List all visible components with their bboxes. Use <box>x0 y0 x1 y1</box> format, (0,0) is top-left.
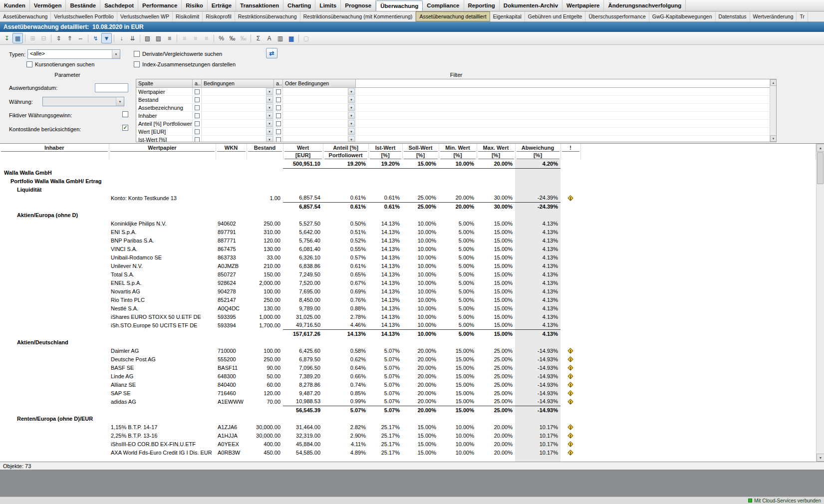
align-center-icon[interactable]: ≡ <box>190 33 201 43</box>
filter-condition-select[interactable]: ▼ <box>202 128 274 135</box>
table-row[interactable]: Rio Tinto PLC852147250.008,450.000.76%14… <box>0 295 816 304</box>
filter-checkbox[interactable] <box>276 129 281 134</box>
table-row[interactable]: Konto: Konto Testkunde 131.006,857.540.6… <box>0 194 816 202</box>
table-row[interactable]: ENEL S.p.A.9286242,000.007,520.000.67%14… <box>0 278 816 287</box>
menu-tab-risiko[interactable]: Risiko <box>182 0 208 11</box>
chevron-down-icon[interactable]: ▼ <box>266 120 273 127</box>
col-header-soll-wert[interactable]: Soll-Wert[%] <box>402 144 439 160</box>
filter-checkbox[interactable] <box>276 89 281 94</box>
align-left-icon[interactable]: ≡ <box>179 33 190 43</box>
filter-condition-select[interactable]: ▼ <box>202 96 274 103</box>
filter-checkbox[interactable] <box>276 113 281 118</box>
filter-grid-scrollbar[interactable]: ▲ ▼ <box>770 79 776 142</box>
chevron-down-icon[interactable]: ▼ <box>266 96 273 103</box>
menu-tab-dokumenten-archiv[interactable]: Dokumenten-Archiv <box>500 0 562 11</box>
menu-tab-ertraege[interactable]: Erträge <box>208 0 236 11</box>
menu-tab-transaktionen[interactable]: Transaktionen <box>236 0 283 11</box>
subtab-restriktionsueberwachung-mit-kommentierung[interactable]: Restriktionsüberwachung (mit Kommentieru… <box>300 11 416 21</box>
group-columns-icon[interactable]: ▧ <box>142 33 153 43</box>
table-row[interactable]: iSh.STO.Europe 50 UCITS ETF DE5933941,70… <box>0 321 816 329</box>
typen-select[interactable]: <alle> ▼ <box>27 49 120 59</box>
subtab-verlustschwellen-portfolio[interactable]: Verlustschwellen Portfolio <box>51 11 117 21</box>
filter-condition-select[interactable]: ▼ <box>202 88 274 95</box>
table-row[interactable]: Nestlé S.A.A0Q4DC130.009,789.000.88%14.1… <box>0 304 816 312</box>
table-row[interactable]: Deutsche Post AG555200250.006,879.500.62… <box>0 355 816 363</box>
table-row[interactable]: 2,25% B.T.P. 13-16A1HJJA30,000.0032,319.… <box>0 431 816 440</box>
chevron-down-icon[interactable]: ▼ <box>266 112 273 119</box>
table-row[interactable]: Koninklijke Philips N.V.940602250.005,52… <box>0 219 816 228</box>
lock-icon[interactable]: ▢ <box>301 33 311 43</box>
auswertungsdatum-input[interactable] <box>95 83 128 92</box>
filter-condition-select[interactable]: ▼ <box>202 136 274 142</box>
chevron-down-icon[interactable]: ▼ <box>266 128 273 135</box>
col-header-warn[interactable]: ! <box>560 144 580 160</box>
scroll-down-icon[interactable]: ▼ <box>770 135 777 142</box>
table-row[interactable]: SAP SE716460120.009,487.200.85%5.07%20.0… <box>0 389 816 397</box>
filter-checkbox[interactable] <box>276 121 281 126</box>
menu-tab-performance[interactable]: Performance <box>138 0 182 11</box>
table-row[interactable]: Total S.A.850727150.007,249.500.65%14.13… <box>0 270 816 278</box>
chevron-down-icon[interactable]: ▼ <box>112 50 120 58</box>
copy-icon[interactable]: ⊞ <box>27 33 38 43</box>
chevron-down-icon[interactable]: ▼ <box>266 104 273 111</box>
table-row[interactable]: adidas AGA1EWWW70.0010,988.530.99%5.07%2… <box>0 397 816 406</box>
paste-icon[interactable]: ⊟ <box>38 33 49 43</box>
columns-icon[interactable]: ▥ <box>275 33 285 43</box>
subtab-assetueberwachung-detailliert[interactable]: Assetüberwachung detailliert <box>416 11 490 21</box>
col-header-ist-wert[interactable]: Ist-Wert[%] <box>368 144 402 160</box>
subtab-datenstatus[interactable]: Datenstatus <box>716 11 750 21</box>
subtab-tr[interactable]: Tr <box>797 11 808 21</box>
filter-condition-select[interactable]: ▼ <box>283 120 356 127</box>
table-row[interactable]: BASF SEBASF1190.007,096.500.64%5.07%20.0… <box>0 363 816 372</box>
table-row[interactable]: iShares EURO STOXX 50 U.ETF DE5933951,00… <box>0 312 816 321</box>
sort-ascending-icon[interactable]: ↓ <box>116 33 127 43</box>
table-row[interactable]: Daimler AG710000100.006,425.600.58%5.07%… <box>0 346 816 355</box>
align-right-icon[interactable]: ≡ <box>201 33 212 43</box>
filter-condition-select[interactable]: ▼ <box>202 120 274 127</box>
decimals-increase-icon[interactable]: ‰ <box>227 33 238 43</box>
kontostaende-checkbox[interactable] <box>122 125 128 131</box>
table-row[interactable]: Unibail-Rodamco SE86373333.006,326.100.5… <box>0 253 816 261</box>
subtab-gebuehren-und-entgelte[interactable]: Gebühren und Entgelte <box>525 11 586 21</box>
filter-condition-select[interactable]: ▼ <box>283 128 356 135</box>
subtab-ueberschussperformance[interactable]: Überschussperformance <box>585 11 649 21</box>
kursnotierungen-checkbox[interactable] <box>26 61 32 67</box>
menu-tab-charting[interactable]: Charting <box>283 0 315 11</box>
table-row[interactable]: Unilever N.V.A0JMZB210.006,838.860.61%14… <box>0 261 816 270</box>
col-header-max-wert[interactable]: Max. Wert[%] <box>477 144 515 160</box>
filter-checkbox[interactable] <box>195 129 200 134</box>
filter-condition-select[interactable]: ▼ <box>283 112 356 119</box>
menu-tab-ueberwachung[interactable]: Überwachung <box>376 0 423 11</box>
col-header-wertpapier[interactable]: Wertpapier <box>109 144 216 160</box>
table-row[interactable]: AXA World Fds-Euro Credit IG I Dis. EURA… <box>0 448 816 457</box>
chevron-down-icon[interactable]: ▼ <box>348 104 355 111</box>
chevron-down-icon[interactable]: ▼ <box>266 88 273 95</box>
menu-tab-prognose[interactable]: Prognose <box>341 0 376 11</box>
table-layout-icon[interactable]: ▦ <box>12 33 23 43</box>
menu-tab-aenderungsnachverfolgung[interactable]: Änderungsnachverfolgung <box>604 0 686 11</box>
scroll-down-icon[interactable]: ▼ <box>817 454 824 462</box>
col-header-abweichung[interactable]: Abweichung[%] <box>515 144 560 160</box>
col-header-min-wert[interactable]: Min. Wert[%] <box>439 144 477 160</box>
scroll-up-icon[interactable]: ▲ <box>817 144 824 152</box>
derivate-checkbox[interactable] <box>134 51 140 57</box>
chevron-down-icon[interactable]: ▼ <box>348 112 355 119</box>
filter-condition-select[interactable]: ▼ <box>202 104 274 111</box>
sort-descending-icon[interactable]: ⇊ <box>127 33 138 43</box>
col-header-bestand[interactable]: Bestand <box>247 144 283 160</box>
menu-tab-wertpapiere[interactable]: Wertpapiere <box>562 0 604 11</box>
subtab-risikolimit[interactable]: Risikolimit <box>173 11 203 21</box>
col-header-anteil[interactable]: Anteil [%]Portfoliowert <box>323 144 368 160</box>
filter-checkbox[interactable] <box>195 89 200 94</box>
table-row[interactable]: iShsIII-EO COR.BD EX-FIN.U.ETFA0YEEX400.… <box>0 440 816 448</box>
subtab-verlustschwellen-wp[interactable]: Verlustschwellen WP <box>117 11 173 21</box>
table-row[interactable]: Novartis AG904278100.007,695.000.69%14.1… <box>0 287 816 295</box>
decimals-decrease-icon[interactable]: ‰ <box>238 33 249 43</box>
filter-checkbox[interactable] <box>195 105 200 110</box>
menu-tab-limits[interactable]: Limits <box>315 0 341 11</box>
filter-checkbox[interactable] <box>195 137 200 142</box>
expand-all-icon[interactable]: ⇕ <box>53 33 64 43</box>
fiktiver-waehrungsgewinn-checkbox[interactable] <box>122 111 128 117</box>
subtab-risikoprofil[interactable]: Risikoprofil <box>203 11 235 21</box>
table-row[interactable]: Linde AG64830050.007,389.200.66%5.07%20.… <box>0 372 816 380</box>
